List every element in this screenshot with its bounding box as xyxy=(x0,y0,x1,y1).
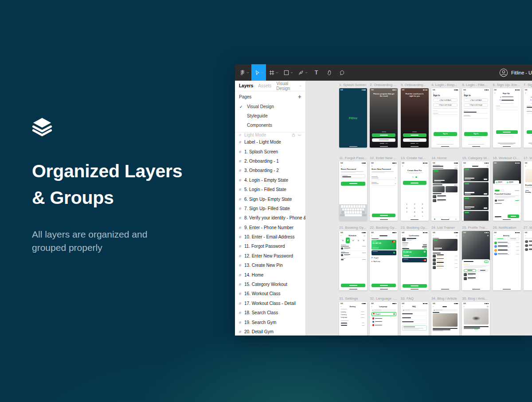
layer-item[interactable]: #13. Create New Pin xyxy=(235,261,305,270)
layer-item[interactable]: #8. Verify your identity - Phone & E... xyxy=(235,213,305,222)
canvas-frame[interactable]: 16. Workout Cl...9:41 Powerfull Crusher xyxy=(493,156,521,221)
frame-label[interactable]: 16. Workout Cl... xyxy=(493,156,521,160)
frame-label[interactable]: 12. Enter New ... xyxy=(370,156,398,160)
layer-item[interactable]: #2. Onboarding - 1 xyxy=(235,156,305,166)
hand-tool[interactable] xyxy=(323,64,336,81)
text-tool[interactable]: T xyxy=(310,64,323,81)
frame-label[interactable]: 7. Sign Up- Fil... xyxy=(524,82,532,87)
decor: ●Apple pay xyxy=(372,261,396,262)
layer-item[interactable]: #15. Category Workout xyxy=(235,280,305,289)
page-item-styleguide[interactable]: Styleguide xyxy=(235,111,305,121)
canvas-frame[interactable]: 25. Profile Trai...9:41‹ ★★★★★ xyxy=(462,225,490,290)
frame-label[interactable]: 33. FAQ xyxy=(401,296,429,301)
decor xyxy=(503,289,511,290)
decor: P xyxy=(372,257,373,259)
frame-label[interactable]: 15. Category W... xyxy=(462,156,490,160)
canvas-frame[interactable]: 4. Login - Emp...9:41 ‹ Sign In ● Sign i… xyxy=(431,82,459,148)
pen-tool[interactable] xyxy=(295,64,310,81)
frame-label[interactable]: 1. Splash Screen xyxy=(339,82,367,87)
section-light-mode[interactable]: # Light Mode xyxy=(235,133,305,137)
canvas-frame[interactable]: 21. Booking Gy...9:41 ‹Schedule xyxy=(339,225,367,290)
frame-label[interactable]: 27. Message xyxy=(524,225,532,230)
tab-layers[interactable]: Layers xyxy=(239,83,253,88)
layer-item[interactable]: #Label - Light Mode xyxy=(235,137,305,147)
frame-label[interactable]: 4. Login - Emp... xyxy=(431,82,459,87)
canvas-frame[interactable]: 14. Home9:41 xyxy=(431,156,459,221)
frame-label[interactable]: 26. Notification xyxy=(493,225,521,230)
layer-item[interactable]: #9. Enter - Phone Number xyxy=(235,223,305,232)
layer-item[interactable]: #6. Sign Up- Empty State xyxy=(235,194,305,203)
frame-label[interactable]: 6. Sign Up- Em... xyxy=(493,82,521,87)
canvas-frame[interactable]: 23. Booking Gy...9:41 ‹Confirmation $1,5… xyxy=(401,225,429,290)
frame-label[interactable]: 2. Onboarding ... xyxy=(370,82,398,87)
canvas-frame[interactable]: 35. Blog / Artic...9:41 ‹ xyxy=(462,296,490,336)
shape-tool[interactable] xyxy=(281,64,295,81)
layer-item[interactable]: #5. Login - Filled State xyxy=(235,185,305,194)
frame-label[interactable]: 23. Booking Gy... xyxy=(401,225,429,230)
layer-item[interactable]: #4. Login - Empty State xyxy=(235,176,305,185)
add-page-button[interactable]: + xyxy=(298,94,301,100)
layer-item[interactable]: #10. Enter - Email Address xyxy=(235,232,305,242)
frame-label[interactable]: 22. Booking Gy... xyxy=(370,225,398,230)
main-menu[interactable] xyxy=(237,64,251,81)
canvas-frame[interactable]: 12. Enter New ...9:41 ‹ Enter New Passwo… xyxy=(370,156,398,221)
canvas-frame[interactable]: 11. Forgot Pass...9:41 ‹ Reset Password xyxy=(339,156,367,221)
layer-item[interactable]: #19. Search Gym xyxy=(235,317,305,327)
frame-label[interactable]: 11. Forgot Pass... xyxy=(339,156,367,160)
canvas-frame[interactable]: 17. Workout Cl...9:41 ‹ Dumbbell Sunday xyxy=(524,156,532,221)
canvas[interactable]: 1. Splash Screen9:41Fitline2. Onboarding… xyxy=(306,81,532,336)
canvas-frame[interactable]: 33. FAQ9:41 ‹FAQ ⌄⌄⌄ ⌄ xyxy=(401,296,429,336)
canvas-frame[interactable]: 31. Settings9:41 ‹Setting Country›Curren… xyxy=(339,296,367,336)
comment-tool[interactable] xyxy=(336,64,348,81)
layer-item[interactable]: #7. Sign Up- Filled State xyxy=(235,204,305,213)
frame-label[interactable]: 17. Workout Cl... xyxy=(524,156,532,160)
frame-label[interactable]: 35. Blog / Artic... xyxy=(462,296,490,301)
frame-label[interactable]: 14. Home xyxy=(431,156,459,160)
layer-item[interactable]: #20. Detail Gym xyxy=(235,327,305,336)
avatar-icon[interactable] xyxy=(499,68,508,77)
eye-closed-icon[interactable] xyxy=(297,134,301,137)
lock-icon[interactable] xyxy=(292,133,295,137)
frame-label[interactable]: 32. Language -... xyxy=(370,296,398,301)
layer-item[interactable]: #14. Home xyxy=(235,270,305,279)
layer-item[interactable]: #11. Forgot Password xyxy=(235,242,305,251)
layer-item[interactable]: #17. Workout Class - Detail xyxy=(235,299,305,308)
frame-label[interactable]: 24. List Trainer xyxy=(431,225,459,230)
decor xyxy=(372,214,395,218)
canvas-frame[interactable]: 32. Language -...9:41 ‹Language English xyxy=(370,296,398,336)
page-selector[interactable]: Visual Design xyxy=(276,81,301,91)
layer-item[interactable]: #16. Workout Class xyxy=(235,289,305,298)
frame-tool[interactable] xyxy=(266,64,281,81)
layer-item[interactable]: #3. Onboarding - 2 xyxy=(235,166,305,175)
canvas-frame[interactable]: 34. Blog / Article9:41 ‹ xyxy=(431,296,459,336)
frame-label[interactable]: 25. Profile Trai... xyxy=(462,225,490,230)
layer-item[interactable]: #1. Splash Screen xyxy=(235,147,305,156)
frame-label[interactable]: 3. Onboarding... xyxy=(401,82,429,87)
canvas-frame[interactable]: 1. Splash Screen9:41Fitline xyxy=(339,82,367,148)
canvas-frame[interactable]: 26. Notification9:41 ‹Activity⋮ P xyxy=(493,225,521,290)
layer-item[interactable]: #18. Search Class xyxy=(235,308,305,317)
page-item-visual-design[interactable]: ✓Visual Design xyxy=(235,102,305,111)
canvas-frame[interactable]: 13. Create Ne...9:41 ‹ Create New Pin 12… xyxy=(401,156,429,221)
decor xyxy=(358,205,360,208)
frame-label[interactable]: 21. Booking Gy... xyxy=(339,225,367,230)
decor: ● xyxy=(531,96,532,98)
tab-assets[interactable]: Assets xyxy=(258,83,271,88)
canvas-frame[interactable]: 24. List Trainer9:41 ‹ ★★★★★★★★★★★★★★★★★… xyxy=(431,225,459,290)
canvas-frame[interactable]: 22. Booking Gy...9:41 ‹ $1,587.00 PPaypa… xyxy=(370,225,398,290)
frame-label[interactable]: 13. Create Ne... xyxy=(401,156,429,160)
canvas-frame[interactable]: 6. Sign Up- Em...9:41 ‹Sign Up ● G xyxy=(493,82,521,148)
file-name[interactable]: Fitline - U xyxy=(511,70,532,75)
frame-label[interactable]: 5. Login - Fille... xyxy=(462,82,490,87)
canvas-frame[interactable]: 27. Message9:41 ‹ xyxy=(524,225,532,290)
canvas-frame[interactable]: 5. Login - Fille...9:41 ‹ Sign In ● Sign… xyxy=(462,82,490,148)
canvas-frame[interactable]: 3. Onboarding...9:41Find the coach just … xyxy=(401,82,429,148)
canvas-frame[interactable]: 2. Onboarding ...9:41Fitness program tha… xyxy=(370,82,398,148)
page-item-components[interactable]: Components xyxy=(235,121,305,130)
canvas-frame[interactable]: 15. Category W...9:41 ‹ xyxy=(462,156,490,221)
canvas-frame[interactable]: 7. Sign Up- Fil...9:41 ‹Sign Up ● G ••••… xyxy=(524,82,532,148)
frame-label[interactable]: 31. Settings xyxy=(339,296,367,301)
move-tool[interactable] xyxy=(251,64,266,81)
frame-label[interactable]: 34. Blog / Article xyxy=(431,296,459,301)
layer-item[interactable]: #12. Enter New Password xyxy=(235,251,305,261)
